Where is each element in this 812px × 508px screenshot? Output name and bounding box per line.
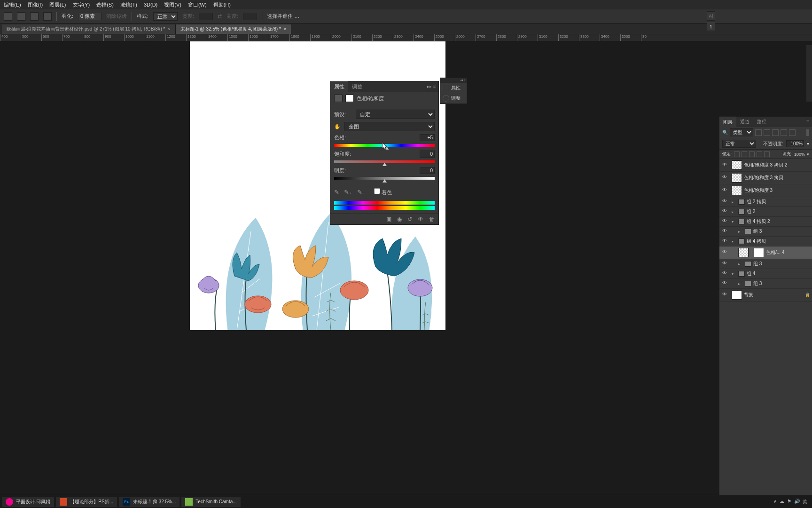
taskbar-item[interactable]: TechSmith Camta... (181, 497, 240, 507)
tray-icon[interactable]: ∧ (773, 499, 777, 505)
menu-item[interactable]: 视图(V) (164, 1, 181, 8)
panel-menu-icon[interactable]: ≡ (804, 117, 812, 127)
layer-row[interactable]: 👁▸组 3 (719, 227, 812, 237)
collapse-icon[interactable]: ▸▸ ≡ (424, 84, 438, 89)
taskbar-item[interactable]: Ps未标题-1 @ 32.5%... (119, 497, 180, 507)
lock-trans-icon[interactable] (734, 151, 740, 157)
visibility-icon[interactable]: 👁 (721, 162, 728, 168)
lock-artboard-icon[interactable] (757, 151, 762, 157)
tab-adjustments[interactable]: 调整 (348, 82, 366, 92)
selection-sub-icon[interactable] (43, 12, 52, 21)
layer-row[interactable]: 👁▸组 2 (719, 207, 812, 217)
layer-name[interactable]: 组 3 (753, 261, 762, 267)
menu-item[interactable]: 图像(I) (28, 1, 43, 8)
layer-name[interactable]: 组 3 (753, 280, 762, 287)
doc-tab-active[interactable]: 未标题-1 @ 32.5% (色相/饱和度 4, 图层蒙版/8) *× (176, 24, 291, 34)
chevron-icon[interactable]: ▸ (732, 200, 736, 204)
saturation-slider[interactable] (334, 160, 435, 163)
hue-value[interactable]: +5 (420, 134, 435, 141)
filter-type-icon[interactable] (772, 129, 779, 136)
menu-item[interactable]: 滤镜(T) (120, 1, 137, 8)
visibility-icon[interactable]: 👁 (721, 198, 728, 205)
layer-row[interactable]: 👁▸组 3 (719, 259, 812, 269)
chevron-icon[interactable]: ▸ (738, 282, 743, 286)
layer-name[interactable]: 组 4 (747, 270, 755, 277)
tray-icon[interactable]: 🔊 (794, 499, 800, 505)
visibility-icon[interactable]: 👁 (721, 292, 728, 298)
eyedropper-add-icon[interactable]: ✎₊ (344, 189, 352, 196)
menu-item[interactable]: 帮助(H) (213, 1, 231, 8)
layer-name[interactable]: 组 4 拷贝 2 (747, 218, 770, 225)
preset-select[interactable]: 自定 (356, 110, 435, 119)
reset-icon[interactable]: ↺ (407, 216, 412, 222)
chevron-icon[interactable]: ▾ (732, 220, 736, 224)
close-icon[interactable]: × (168, 27, 170, 32)
layer-name[interactable]: 背景 (744, 292, 753, 298)
tab-properties-collapsed[interactable]: 属性 (440, 83, 467, 93)
taskbar-item[interactable]: 平面设计-邱凤娟 (2, 497, 54, 507)
filter-smart-icon[interactable] (789, 129, 796, 136)
tab-layers[interactable]: 图层 (719, 117, 736, 127)
toggle-visibility-icon[interactable]: 👁 (418, 216, 423, 222)
visibility-icon[interactable]: 👁 (721, 175, 728, 181)
filter-shape-icon[interactable] (781, 129, 787, 136)
chevron-down-icon[interactable]: ▾ (807, 141, 809, 146)
layer-name[interactable]: 组 4 拷贝 (747, 238, 766, 245)
visibility-icon[interactable]: 👁 (721, 280, 728, 287)
search-icon[interactable]: 🔍 (722, 130, 728, 135)
chevron-icon[interactable]: ▾ (732, 272, 736, 276)
layer-row[interactable]: 👁⁝色相/... 4 (719, 246, 812, 259)
layer-row[interactable]: 👁▾组 4 (719, 269, 812, 279)
width-input[interactable] (199, 13, 213, 20)
select-and-mask-button[interactable]: 选择并遮住 … (267, 13, 299, 20)
layer-name[interactable]: 组 2 (747, 208, 755, 215)
menu-item[interactable]: 编辑(E) (4, 1, 21, 8)
eyedropper-sub-icon[interactable]: ✎₋ (357, 189, 366, 196)
lock-position-icon[interactable] (749, 151, 755, 157)
layer-name[interactable]: 色相/饱和度 3 拷贝 (744, 175, 783, 181)
layer-row[interactable]: 👁▾组 4 拷贝 (719, 237, 812, 246)
visibility-icon[interactable]: 👁 (721, 187, 728, 194)
layer-row[interactable]: 👁▾组 4 拷贝 2 (719, 217, 812, 227)
close-icon[interactable]: × (284, 27, 286, 32)
layer-row[interactable]: 👁▸组 3 (719, 279, 812, 289)
tray-icon[interactable]: ☁ (780, 499, 784, 505)
layer-name[interactable]: 组 3 (753, 228, 762, 235)
scope-select[interactable]: 全图 (344, 122, 435, 131)
visibility-icon[interactable]: 👁 (721, 249, 728, 256)
filter-adjust-icon[interactable] (764, 129, 770, 136)
opacity-input[interactable]: 100% (786, 140, 804, 147)
chevron-down-icon[interactable]: ▾ (807, 152, 809, 157)
layer-row[interactable]: 👁背景🔒 (719, 289, 812, 302)
saturation-value[interactable]: 0 (420, 151, 435, 158)
lightness-value[interactable]: 0 (420, 167, 435, 174)
colorize-checkbox[interactable] (374, 188, 380, 194)
visibility-icon[interactable]: 👁 (721, 261, 728, 267)
trash-icon[interactable]: 🗑 (429, 216, 435, 222)
selection-new-icon[interactable] (17, 12, 25, 21)
taskbar-item[interactable]: 【理论部分】PS插... (56, 497, 117, 507)
clip-to-layer-icon[interactable]: ▣ (386, 216, 391, 222)
menu-item[interactable]: 3D(D) (144, 2, 157, 8)
chevron-icon[interactable]: ▸ (738, 262, 743, 266)
collapsed-panel-stub[interactable] (806, 45, 812, 102)
menu-item[interactable]: 文字(Y) (73, 1, 90, 8)
tab-channels[interactable]: 通道 (736, 117, 753, 127)
chevron-icon[interactable]: ▸ (732, 210, 736, 214)
eyedropper-icon[interactable]: ✎ (334, 189, 339, 196)
doc-tab[interactable]: 欧插画扁-浪漫花卉插画背景素材设计.psd @ 271% (图层 10 拷贝, … (2, 24, 176, 34)
character-panel-icon[interactable]: A| (707, 11, 715, 21)
layer-row[interactable]: 👁色相/饱和度 3 拷贝 (719, 172, 812, 184)
layer-name[interactable]: 色相/饱和度 3 拷贝 2 (744, 162, 787, 168)
menu-item[interactable]: 选择(S) (96, 1, 114, 8)
selection-add-icon[interactable] (30, 12, 39, 21)
feather-input[interactable] (78, 13, 102, 20)
tray-icon[interactable]: ⚑ (787, 499, 791, 505)
menu-item[interactable]: 图层(L) (49, 1, 66, 8)
layer-row[interactable]: 👁色相/饱和度 3 (719, 184, 812, 197)
view-previous-icon[interactable]: ◉ (397, 216, 402, 222)
collapse-icon[interactable]: ◂◂ × (460, 78, 465, 83)
tab-properties[interactable]: 属性 (330, 81, 348, 92)
hand-icon[interactable]: ✋ (334, 124, 342, 130)
layer-name[interactable]: 组 2 拷贝 (747, 198, 766, 205)
